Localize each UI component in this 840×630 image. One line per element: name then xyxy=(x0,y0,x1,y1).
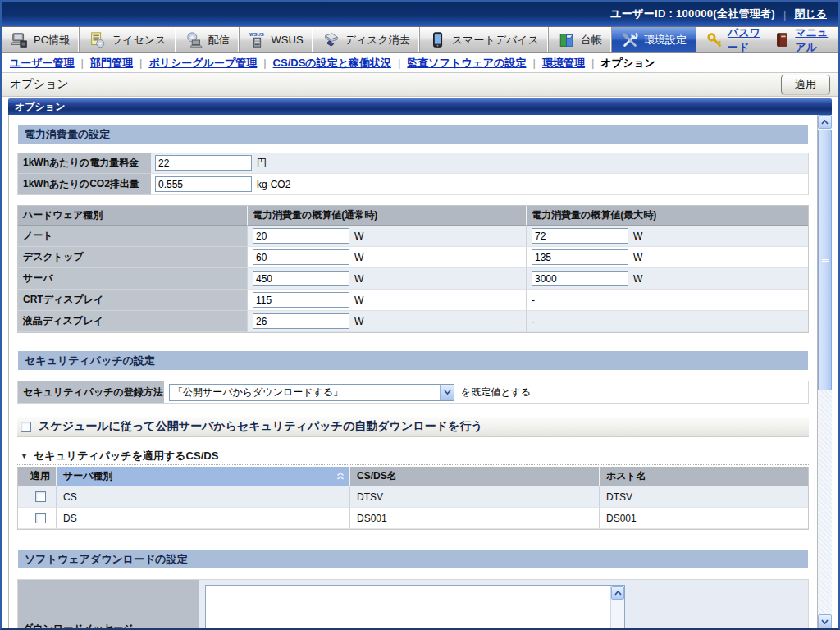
apply-checkbox[interactable] xyxy=(35,513,46,523)
scroll-up-button[interactable] xyxy=(818,115,832,129)
password-link[interactable]: パスワード xyxy=(706,25,760,55)
nav-separator: | xyxy=(532,57,535,69)
nav-environment-management[interactable]: 環境管理 xyxy=(542,56,585,71)
table-header-row: ハードウェア種別 電力消費量の概算値(通常時) 電力消費量の概算値(最大時) xyxy=(18,206,808,226)
scrollbar-track[interactable] xyxy=(818,129,832,614)
max-power-input[interactable] xyxy=(532,271,628,286)
patch-registration-select[interactable]: 「公開サーバからダウンロードする」 xyxy=(169,384,454,401)
nav-audit-software-settings[interactable]: 監査ソフトウェアの設定 xyxy=(407,56,526,71)
tab-wsus[interactable]: WSUS WSUS xyxy=(240,27,313,52)
topbar-separator: | xyxy=(783,8,786,21)
page-title: オプション xyxy=(10,77,69,92)
textarea-scrollbar[interactable] xyxy=(610,586,624,628)
page-title-row: オプション 適用 xyxy=(2,73,838,97)
nav-department-management[interactable]: 部門管理 xyxy=(90,56,133,71)
table-row: DS DS001 DS001 xyxy=(18,508,808,529)
scrollbar-thumb[interactable] xyxy=(818,130,832,390)
table-row: CRTディスプレイ W - xyxy=(18,290,808,311)
svg-text:WSUS: WSUS xyxy=(249,32,264,37)
table-row: 液晶ディスプレイ W - xyxy=(18,311,808,332)
column-header-server-type[interactable]: サーバ種別 xyxy=(57,467,350,486)
disk-erase-icon xyxy=(322,31,340,49)
tab-label: ライセンス xyxy=(112,33,167,48)
column-header-apply[interactable]: 適用 xyxy=(18,467,57,486)
scroll-down-button[interactable] xyxy=(818,614,832,628)
top-user-bar: ユーザーID : 100000(全社管理者) | 閉じる xyxy=(2,2,838,26)
normal-power-input[interactable] xyxy=(253,292,349,308)
column-header-label: サーバ種別 xyxy=(63,469,113,483)
schedule-download-label: スケジュールに従って公開サーバからセキュリティパッチの自動ダウンロードを行う xyxy=(39,419,483,434)
normal-power-input[interactable] xyxy=(253,228,349,244)
scroll-up-arrow-icon xyxy=(821,120,829,125)
nav-options-current: オプション xyxy=(600,56,655,71)
table-row: デスクトップ W W xyxy=(18,247,808,268)
watt-unit: W xyxy=(354,273,363,285)
electricity-rate-input[interactable] xyxy=(155,155,252,171)
ledger-icon xyxy=(558,31,576,49)
pc-info-icon xyxy=(11,31,29,49)
scroll-down-arrow-icon xyxy=(821,619,829,624)
tab-smart-device[interactable]: スマートデバイス xyxy=(420,27,549,52)
schedule-download-checkbox[interactable] xyxy=(21,422,31,432)
cs-ds-table: 適用 サーバ種別 CS/DS名 ホスト名 CS xyxy=(17,467,809,530)
tab-distribution[interactable]: 配信 xyxy=(176,27,240,52)
schedule-download-row: スケジュールに従って公開サーバからセキュリティパッチの自動ダウンロードを行う xyxy=(17,417,809,437)
textarea-scroll-up-icon[interactable] xyxy=(611,586,624,600)
normal-power-input[interactable] xyxy=(253,249,349,265)
table-row: サーバ W W xyxy=(18,268,808,290)
download-message-textarea[interactable] xyxy=(206,586,610,628)
column-header-host-name[interactable]: ホスト名 xyxy=(600,467,808,486)
manual-link-label[interactable]: マニュアル xyxy=(795,25,829,55)
options-content: 電力消費量の設定 1kWhあたりの電力量料金 円 1kWhあたりのCO2排出量 xyxy=(8,115,818,628)
nav-user-management[interactable]: ユーザー管理 xyxy=(10,56,75,71)
nav-policy-group-management[interactable]: ポリシーグループ管理 xyxy=(148,56,257,71)
power-consumption-table: ハードウェア種別 電力消費量の概算値(通常時) 電力消費量の概算値(最大時) ノ… xyxy=(17,205,809,333)
manual-link[interactable]: マニュアル xyxy=(774,25,829,55)
cs-ds-collapsible-header[interactable]: ▼ セキュリティパッチを適用するCS/DS xyxy=(17,447,809,465)
app-window: ユーザーID : 100000(全社管理者) | 閉じる PC情報 xyxy=(0,0,840,630)
tab-label: PC情報 xyxy=(34,33,70,48)
field-label: 1kWhあたりの電力量料金 xyxy=(18,153,151,174)
selected-option: 「公開サーバからダウンロードする」 xyxy=(170,386,440,399)
host-name-cell: DTSV xyxy=(600,486,808,508)
normal-power-input[interactable] xyxy=(253,313,349,329)
field-label: セキュリティパッチの登録方法 xyxy=(18,381,164,403)
download-message-row: ダウンロードメッセージ xyxy=(17,579,809,628)
license-icon xyxy=(89,31,107,49)
tab-label: ディスク消去 xyxy=(345,33,410,48)
sort-ascending-icon xyxy=(336,472,345,481)
host-name-cell: DS001 xyxy=(600,508,808,529)
nav-separator: | xyxy=(263,57,266,69)
table-row: CS DTSV DTSV xyxy=(18,486,808,508)
distribution-icon xyxy=(185,31,203,49)
tab-ledger[interactable]: 台帳 xyxy=(549,27,612,52)
default-value-suffix: を既定値とする xyxy=(461,386,531,399)
co2-emission-input[interactable] xyxy=(155,176,252,192)
apply-checkbox[interactable] xyxy=(35,491,46,502)
close-link[interactable]: 閉じる xyxy=(794,7,827,21)
csds-name-cell: DTSV xyxy=(350,486,600,508)
tab-license[interactable]: ライセンス xyxy=(80,27,176,52)
tab-pc-info[interactable]: PC情報 xyxy=(2,27,80,52)
max-power-input[interactable] xyxy=(532,228,628,244)
tab-disk-erase[interactable]: ディスク消去 xyxy=(313,27,420,52)
normal-power-input[interactable] xyxy=(253,271,349,286)
nav-separator: | xyxy=(139,57,142,69)
column-header-csds-name[interactable]: CS/DS名 xyxy=(350,467,600,486)
main-scrollbar[interactable] xyxy=(818,115,832,628)
table-header-row: 適用 サーバ種別 CS/DS名 ホスト名 xyxy=(18,467,808,486)
password-link-label[interactable]: パスワード xyxy=(728,25,760,55)
hardware-type-label: ノート xyxy=(18,226,248,247)
dropdown-arrow-icon[interactable] xyxy=(440,385,454,400)
power-section-header: 電力消費量の設定 xyxy=(18,125,808,144)
watt-unit: W xyxy=(633,273,642,285)
field-label: ダウンロードメッセージ xyxy=(18,580,199,628)
max-power-input[interactable] xyxy=(532,249,628,265)
watt-unit: W xyxy=(354,316,363,327)
watt-unit: W xyxy=(354,252,363,263)
nav-cs-ds-settings[interactable]: CS/DSの設定と稼働状況 xyxy=(273,56,391,71)
apply-button[interactable]: 適用 xyxy=(781,75,830,94)
tab-environment-settings[interactable]: 環境設定 xyxy=(612,27,696,52)
hardware-type-label: 液晶ディスプレイ xyxy=(18,311,248,332)
no-value-dash: - xyxy=(532,294,535,306)
